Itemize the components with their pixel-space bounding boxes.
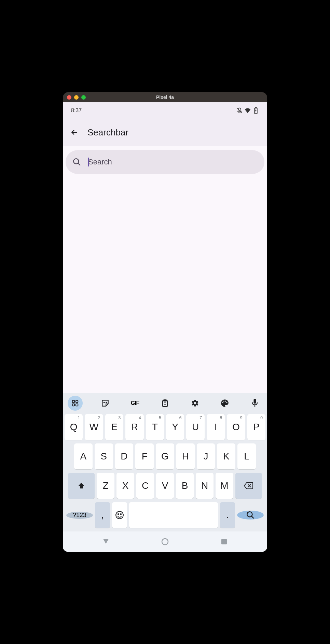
search-icon xyxy=(72,158,81,166)
key-f[interactable]: F xyxy=(135,443,154,469)
search-input[interactable] xyxy=(88,158,258,166)
symbols-toggle-key[interactable]: ?123 xyxy=(66,512,93,519)
battery-icon xyxy=(253,107,259,114)
svg-line-23 xyxy=(251,516,254,518)
text-cursor xyxy=(88,158,89,166)
search-action-key[interactable] xyxy=(237,511,264,519)
svg-point-22 xyxy=(247,512,252,517)
maximize-window-button[interactable] xyxy=(81,95,86,100)
keyboard-apps-icon[interactable] xyxy=(68,396,83,411)
traffic-lights xyxy=(67,95,86,100)
nav-back-button[interactable] xyxy=(97,533,114,550)
key-z[interactable]: Z xyxy=(97,473,114,499)
keyboard-row-bottom: ?123 , . xyxy=(65,502,265,528)
space-key[interactable] xyxy=(129,502,218,528)
status-icons xyxy=(236,107,259,114)
sticker-icon[interactable] xyxy=(98,396,113,411)
microphone-icon[interactable] xyxy=(247,396,262,411)
svg-rect-15 xyxy=(253,399,256,404)
status-time: 8:37 xyxy=(71,107,82,114)
key-x[interactable]: X xyxy=(116,473,134,499)
svg-point-9 xyxy=(104,402,104,403)
search-bar[interactable] xyxy=(66,150,264,174)
svg-point-24 xyxy=(162,539,168,545)
app-header: Searchbar xyxy=(63,119,267,146)
key-p[interactable]: P0 xyxy=(247,414,265,440)
nav-recents-button[interactable] xyxy=(216,533,233,550)
svg-rect-25 xyxy=(221,539,227,544)
nav-home-button[interactable] xyxy=(156,533,174,550)
palette-icon[interactable] xyxy=(217,396,232,411)
key-e[interactable]: E3 xyxy=(105,414,123,440)
wifi-icon xyxy=(245,107,251,114)
android-status-bar: 8:37 xyxy=(63,102,267,119)
shift-key[interactable] xyxy=(68,473,95,499)
do-not-disturb-icon xyxy=(236,107,243,114)
close-window-button[interactable] xyxy=(67,95,71,100)
content-area xyxy=(63,174,267,393)
svg-line-4 xyxy=(78,163,80,165)
emulator-window: Pixel 4a 8:37 Searchbar xyxy=(63,92,267,552)
period-key[interactable]: . xyxy=(220,502,235,528)
comma-key[interactable]: , xyxy=(95,502,110,528)
search-container xyxy=(63,146,267,174)
key-o[interactable]: O9 xyxy=(227,414,245,440)
minimize-window-button[interactable] xyxy=(74,95,79,100)
key-h[interactable]: H xyxy=(176,443,195,469)
svg-rect-5 xyxy=(72,400,74,402)
page-title: Searchbar xyxy=(87,127,128,138)
svg-rect-7 xyxy=(72,404,74,406)
key-l[interactable]: L xyxy=(237,443,256,469)
android-nav-bar xyxy=(63,531,267,552)
phone-screen: 8:37 Searchbar xyxy=(63,102,267,552)
key-n[interactable]: N xyxy=(196,473,214,499)
back-button[interactable] xyxy=(68,126,81,138)
keyboard-row-3: Z X C V B N M xyxy=(65,473,265,499)
key-t[interactable]: T5 xyxy=(146,414,164,440)
key-d[interactable]: D xyxy=(115,443,134,469)
keyboard-toolbar: GIF xyxy=(63,393,267,413)
key-k[interactable]: K xyxy=(217,443,235,469)
key-w[interactable]: W2 xyxy=(85,414,103,440)
emoji-key[interactable] xyxy=(112,502,127,528)
key-m[interactable]: M xyxy=(216,473,233,499)
key-a[interactable]: A xyxy=(74,443,93,469)
svg-point-3 xyxy=(73,159,79,164)
key-s[interactable]: S xyxy=(95,443,113,469)
settings-icon[interactable] xyxy=(188,396,203,411)
svg-point-10 xyxy=(106,402,107,403)
svg-point-20 xyxy=(118,514,119,515)
clipboard-icon[interactable] xyxy=(157,396,173,411)
key-i[interactable]: I8 xyxy=(207,414,225,440)
key-b[interactable]: B xyxy=(176,473,194,499)
svg-rect-6 xyxy=(76,400,78,402)
keyboard-row-2: A S D F G H J K L xyxy=(65,443,265,469)
key-r[interactable]: R4 xyxy=(125,414,143,440)
key-q[interactable]: Q1 xyxy=(65,414,83,440)
svg-point-19 xyxy=(116,511,123,519)
key-v[interactable]: V xyxy=(156,473,174,499)
svg-point-21 xyxy=(120,514,121,515)
key-g[interactable]: G xyxy=(156,443,174,469)
keyboard-row-1: Q1 W2 E3 R4 T5 Y6 U7 I8 O9 P0 xyxy=(65,414,265,440)
key-j[interactable]: J xyxy=(197,443,215,469)
key-y[interactable]: Y6 xyxy=(166,414,184,440)
window-title: Pixel 4a xyxy=(156,94,174,100)
key-u[interactable]: U7 xyxy=(186,414,204,440)
svg-rect-8 xyxy=(76,404,78,406)
gif-button[interactable]: GIF xyxy=(127,396,142,411)
soft-keyboard: GIF Q1 W2 E3 R xyxy=(63,393,267,552)
svg-rect-2 xyxy=(255,107,257,108)
key-c[interactable]: C xyxy=(136,473,154,499)
window-titlebar: Pixel 4a xyxy=(63,92,267,102)
backspace-key[interactable] xyxy=(235,473,262,499)
svg-line-0 xyxy=(237,108,242,113)
